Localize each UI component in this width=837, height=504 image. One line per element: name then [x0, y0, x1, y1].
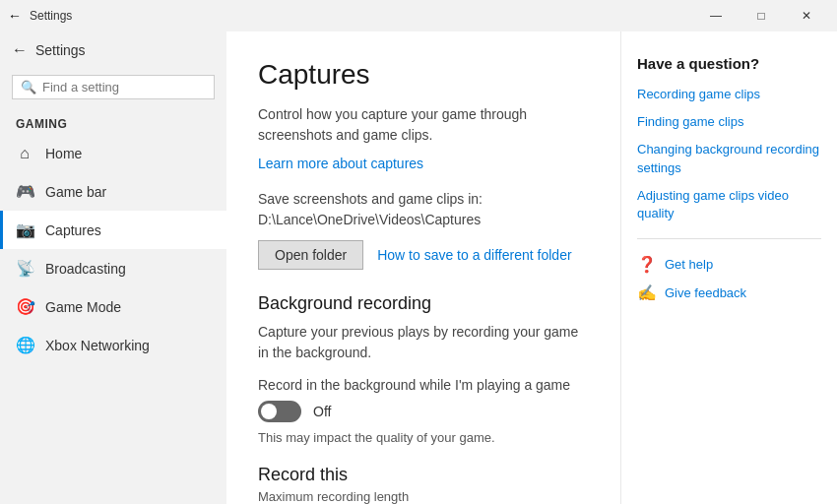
titlebar-controls: — □ ✕	[693, 0, 829, 32]
right-link-finding-clips[interactable]: Finding game clips	[637, 113, 821, 131]
toggle-state-label: Off	[313, 404, 331, 419]
broadcasting-icon: 📡	[16, 259, 33, 278]
folder-row: Open folder How to save to a different f…	[258, 240, 589, 270]
page-description: Control how you capture your game throug…	[258, 104, 589, 146]
sidebar-item-captures[interactable]: 📷 Captures	[0, 211, 226, 249]
titlebar-left: ← Settings	[8, 8, 72, 24]
sidebar-item-label: Home	[45, 146, 82, 161]
background-toggle[interactable]	[258, 401, 301, 422]
background-recording-desc: Capture your previous plays by recording…	[258, 322, 589, 363]
captures-icon: 📷	[16, 220, 33, 239]
background-toggle-row: Off	[258, 401, 589, 422]
max-recording-label: Maximum recording length	[258, 489, 589, 504]
sidebar-item-label: Game bar	[45, 184, 106, 200]
home-icon: ⌂	[16, 145, 33, 162]
sidebar: ← Settings 🔍 Gaming ⌂ Home 🎮 Game bar 📷 …	[0, 32, 226, 504]
right-panel-title: Have a question?	[637, 55, 821, 72]
give-feedback-action[interactable]: ✍ Give feedback	[637, 284, 821, 302]
get-help-label: Get help	[665, 257, 713, 272]
learn-more-link[interactable]: Learn more about captures	[258, 156, 423, 171]
sidebar-item-game-bar[interactable]: 🎮 Game bar	[0, 172, 226, 211]
record-this-title: Record this	[258, 465, 589, 485]
give-feedback-label: Give feedback	[665, 285, 746, 300]
right-panel-divider	[637, 238, 821, 239]
how-to-save-link[interactable]: How to save to a different folder	[377, 247, 571, 263]
sidebar-item-label: Xbox Networking	[45, 338, 150, 353]
back-arrow-icon: ←	[12, 41, 28, 59]
sidebar-back-label: Settings	[35, 42, 86, 58]
sidebar-item-broadcasting[interactable]: 📡 Broadcasting	[0, 249, 226, 287]
get-help-icon: ❓	[637, 255, 657, 274]
sidebar-category: Gaming	[0, 109, 226, 135]
sidebar-item-label: Broadcasting	[45, 261, 126, 277]
toggle-note: This may impact the quality of your game…	[258, 430, 589, 445]
give-feedback-icon: ✍	[637, 284, 657, 302]
sidebar-item-game-mode[interactable]: 🎯 Game Mode	[0, 287, 226, 326]
game-bar-icon: 🎮	[16, 182, 33, 201]
sidebar-back-button[interactable]: ← Settings	[0, 32, 226, 69]
xbox-networking-icon: 🌐	[16, 336, 33, 354]
minimize-button[interactable]: —	[693, 0, 739, 32]
save-path-label: Save screenshots and game clips in: D:\L…	[258, 189, 589, 230]
search-input[interactable]	[42, 80, 206, 94]
right-panel: Have a question? Recording game clips Fi…	[620, 32, 837, 504]
right-link-changing-background[interactable]: Changing background recording settings	[637, 141, 821, 176]
open-folder-button[interactable]: Open folder	[258, 240, 363, 270]
toggle-knob	[261, 404, 277, 419]
right-link-recording-clips[interactable]: Recording game clips	[637, 86, 821, 103]
sidebar-item-label: Captures	[45, 222, 101, 238]
page-title: Captures	[258, 59, 589, 91]
sidebar-item-xbox-networking[interactable]: 🌐 Xbox Networking	[0, 326, 226, 364]
titlebar: ← Settings — □ ✕	[0, 0, 837, 32]
search-box: 🔍	[12, 75, 215, 99]
app-container: ← Settings 🔍 Gaming ⌂ Home 🎮 Game bar 📷 …	[0, 32, 837, 504]
toggle-description: Record in the background while I'm playi…	[258, 377, 589, 393]
sidebar-item-label: Game Mode	[45, 299, 121, 315]
main-content: Captures Control how you capture your ga…	[226, 32, 620, 504]
search-icon: 🔍	[21, 80, 36, 94]
background-recording-title: Background recording	[258, 293, 589, 314]
maximize-button[interactable]: □	[739, 0, 784, 32]
close-button[interactable]: ✕	[784, 0, 829, 32]
right-link-adjusting-quality[interactable]: Adjusting game clips video quality	[637, 187, 821, 222]
get-help-action[interactable]: ❓ Get help	[637, 255, 821, 274]
sidebar-item-home[interactable]: ⌂ Home	[0, 135, 226, 172]
titlebar-title: Settings	[30, 9, 72, 23]
back-icon: ←	[8, 8, 22, 24]
game-mode-icon: 🎯	[16, 297, 33, 316]
